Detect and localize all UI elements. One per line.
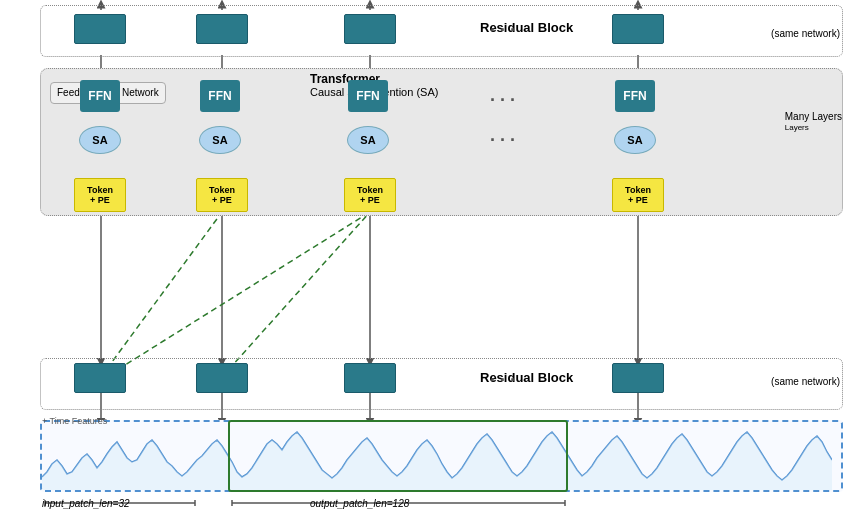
input-patch-label: input_patch_len=32 <box>42 498 130 509</box>
svg-line-34 <box>222 212 370 377</box>
bottom-residual-dotted-box <box>40 358 843 410</box>
top-residual-dotted-box <box>40 5 843 57</box>
dots-sa-row: · · · <box>490 130 515 151</box>
top-res-block-col2 <box>196 14 248 44</box>
token-pe-col1: Token+ PE <box>74 178 126 212</box>
svg-line-32 <box>101 212 222 377</box>
same-network-label-top: (same network) <box>771 28 840 39</box>
sa-ellipse-col3: SA <box>347 126 389 154</box>
ffn-block-col1: FFN <box>80 80 120 112</box>
sa-ellipse-col4: SA <box>614 126 656 154</box>
diagram-container: Residual Block (same network) Transforme… <box>0 0 848 514</box>
dots-top-row: · · · <box>490 20 515 41</box>
sa-ellipse-col2: SA <box>199 126 241 154</box>
top-res-block-col1 <box>74 14 126 44</box>
dots-ffn-row: · · · <box>490 90 515 111</box>
many-layers-label: Many Layers Layers <box>785 110 842 133</box>
top-res-block-col4 <box>612 14 664 44</box>
ffn-block-col4: FFN <box>615 80 655 112</box>
top-res-block-col3 <box>344 14 396 44</box>
bottom-res-block-col2 <box>196 363 248 393</box>
token-pe-col3: Token+ PE <box>344 178 396 212</box>
token-pe-col4: Token+ PE <box>612 178 664 212</box>
dots-bottom-row: · · · <box>490 370 515 391</box>
bottom-res-block-col4 <box>612 363 664 393</box>
chart-svg <box>42 422 832 492</box>
svg-line-33 <box>101 212 370 380</box>
same-network-label-bottom: (same network) <box>771 376 840 387</box>
bottom-res-block-col1 <box>74 363 126 393</box>
ffn-block-col3: FFN <box>348 80 388 112</box>
bottom-res-block-col3 <box>344 363 396 393</box>
ffn-block-col2: FFN <box>200 80 240 112</box>
token-pe-col2: Token+ PE <box>196 178 248 212</box>
time-series-chart <box>40 420 843 492</box>
time-features-label: + Time Features <box>42 416 107 426</box>
sa-ellipse-col1: SA <box>79 126 121 154</box>
output-patch-label: output_patch_len=128 <box>310 498 409 509</box>
